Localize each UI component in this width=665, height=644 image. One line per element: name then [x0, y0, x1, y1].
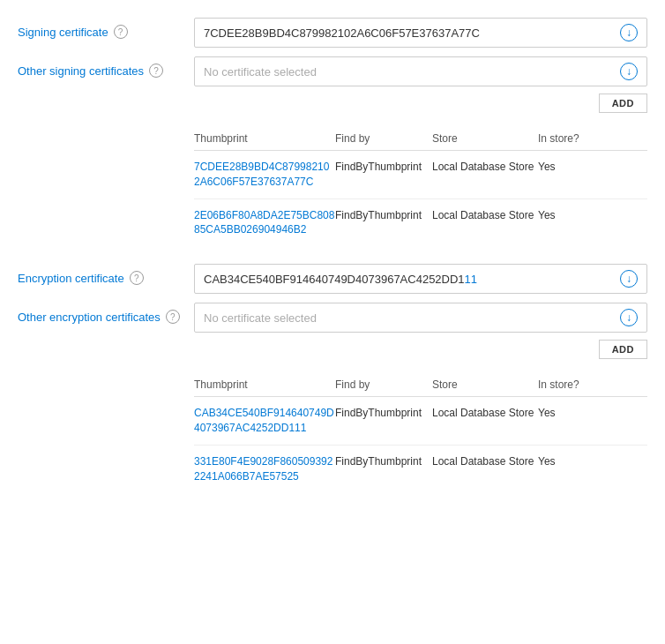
- encryption-table: Thumbprint Find by Store In store? CAB34…: [194, 375, 647, 492]
- other-signing-cert-download-icon[interactable]: ↓: [620, 63, 638, 80]
- signing-col-store: Store: [432, 132, 538, 145]
- signing-add-button[interactable]: ADD: [599, 94, 647, 113]
- other-encryption-cert-placeholder: No certificate selected: [204, 311, 613, 325]
- other-signing-cert-label: Other signing certificates: [18, 64, 144, 78]
- encryption-add-btn-row: ADD: [194, 340, 647, 359]
- other-encryption-cert-section: Other encryption certificates ? No certi…: [18, 303, 647, 366]
- signing-row1-store: Local Database Store: [432, 160, 538, 175]
- encryption-cert-label: Encryption certificate: [18, 272, 124, 285]
- encryption-col-instore: In store?: [538, 378, 609, 391]
- encryption-row2-instore: Yes: [538, 454, 609, 469]
- encryption-row1-store: Local Database Store: [432, 406, 538, 421]
- encryption-cert-input-col: CAB34CE540BF914640749D4073967AC4252DD111…: [194, 264, 647, 294]
- signing-cert-label: Signing certificate: [18, 26, 108, 39]
- signing-cert-help-icon[interactable]: ?: [114, 25, 128, 39]
- signing-table-row: 2E06B6F80A8DA2E75BC80885CA5BB026904946B2…: [194, 199, 647, 247]
- encryption-table-row: CAB34CE540BF914640749D4073967AC4252DD111…: [194, 397, 647, 446]
- encryption-col-store: Store: [432, 378, 538, 391]
- encryption-cert-download-icon[interactable]: ↓: [620, 270, 638, 288]
- encryption-cert-help-icon[interactable]: ?: [130, 271, 144, 285]
- other-encryption-cert-label: Other encryption certificates: [18, 311, 161, 324]
- signing-row2-store: Local Database Store: [432, 208, 538, 223]
- other-signing-cert-help-icon[interactable]: ?: [149, 64, 163, 78]
- signing-row2-findby: FindByThumbprint: [335, 208, 432, 223]
- signing-table: Thumbprint Find by Store In store? 7CDEE…: [194, 129, 647, 246]
- signing-row1-instore: Yes: [538, 160, 609, 175]
- encryption-table-wrapper: Thumbprint Find by Store In store? CAB34…: [18, 375, 647, 492]
- signing-row1-thumb: 7CDEE28B9BD4C879982102A6C06F57E37637A77C: [194, 160, 335, 190]
- encryption-row2-store: Local Database Store: [432, 454, 538, 469]
- signing-table-header: Thumbprint Find by Store In store?: [194, 129, 647, 151]
- signing-cert-section: Signing certificate ? 7CDEE28B9BD4C87998…: [18, 18, 647, 48]
- encryption-row2-findby: FindByThumbprint: [335, 454, 432, 469]
- encryption-add-button[interactable]: ADD: [599, 340, 647, 359]
- other-encryption-cert-input-box[interactable]: No certificate selected ↓: [194, 303, 647, 333]
- signing-row1-findby: FindByThumbprint: [335, 160, 432, 175]
- other-encryption-cert-help-icon[interactable]: ?: [166, 310, 180, 324]
- encryption-row1-findby: FindByThumbprint: [335, 406, 432, 421]
- other-signing-cert-input-box[interactable]: No certificate selected ↓: [194, 56, 647, 86]
- signing-col-thumbprint: Thumbprint: [194, 132, 335, 145]
- other-signing-cert-input-col: No certificate selected ↓ ADD: [194, 56, 647, 120]
- signing-cert-input-col: 7CDEE28B9BD4C879982102A6C06F57E37637A77C…: [194, 18, 647, 48]
- encryption-row2-thumb: 331E80F4E9028F8605093922241A066B7AE57525: [194, 454, 335, 484]
- encryption-col-thumbprint: Thumbprint: [194, 378, 335, 391]
- signing-col-instore: In store?: [538, 132, 609, 145]
- encryption-table-header: Thumbprint Find by Store In store?: [194, 375, 647, 397]
- signing-cert-download-icon[interactable]: ↓: [620, 24, 638, 41]
- signing-table-row: 7CDEE28B9BD4C879982102A6C06F57E37637A77C…: [194, 151, 647, 199]
- encryption-table-row: 331E80F4E9028F8605093922241A066B7AE57525…: [194, 446, 647, 493]
- encryption-cert-value: CAB34CE540BF914640749D4073967AC4252DD111: [204, 273, 613, 286]
- other-encryption-cert-download-icon[interactable]: ↓: [620, 309, 638, 326]
- signing-table-wrapper: Thumbprint Find by Store In store? 7CDEE…: [18, 129, 647, 246]
- signing-add-btn-row: ADD: [194, 94, 647, 113]
- other-encryption-cert-label-col: Other encryption certificates ?: [18, 303, 194, 324]
- signing-cert-input-box[interactable]: 7CDEE28B9BD4C879982102A6C06F57E37637A77C…: [194, 18, 647, 48]
- signing-row2-thumb: 2E06B6F80A8DA2E75BC80885CA5BB026904946B2: [194, 208, 335, 238]
- signing-cert-label-col: Signing certificate ?: [18, 18, 194, 39]
- other-encryption-cert-input-col: No certificate selected ↓ ADD: [194, 303, 647, 366]
- encryption-cert-section: Encryption certificate ? CAB34CE540BF914…: [18, 264, 647, 294]
- encryption-row1-instore: Yes: [538, 406, 609, 421]
- encryption-row1-thumb: CAB34CE540BF914640749D4073967AC4252DD111: [194, 406, 335, 436]
- signing-row2-instore: Yes: [538, 208, 609, 223]
- signing-col-findby: Find by: [335, 132, 432, 145]
- encryption-col-findby: Find by: [335, 378, 432, 391]
- other-signing-cert-section: Other signing certificates ? No certific…: [18, 56, 647, 120]
- other-signing-cert-placeholder: No certificate selected: [204, 65, 613, 79]
- other-signing-cert-label-col: Other signing certificates ?: [18, 56, 194, 78]
- signing-cert-value: 7CDEE28B9BD4C879982102A6C06F57E37637A77C: [204, 26, 613, 40]
- encryption-cert-input-box[interactable]: CAB34CE540BF914640749D4073967AC4252DD111…: [194, 264, 647, 294]
- encryption-cert-label-col: Encryption certificate ?: [18, 264, 194, 285]
